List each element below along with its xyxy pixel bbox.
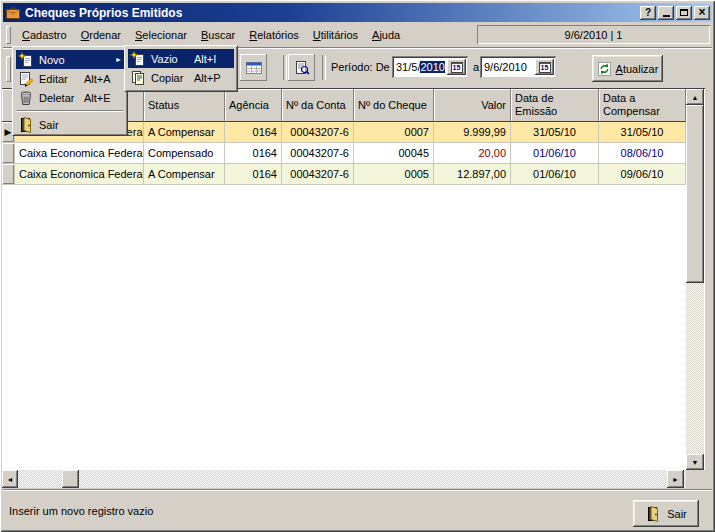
header-compensar[interactable]: Data a Compensar	[599, 89, 686, 122]
sair-button[interactable]: Sair	[633, 500, 699, 527]
help-icon: ?	[645, 8, 651, 18]
menu-item-novo[interactable]: Novo ►	[16, 50, 124, 69]
record-selector[interactable]	[2, 164, 15, 185]
cheques-grid: Status Agência Nº da Conta Nº do Cheque …	[2, 88, 705, 470]
scrollbar-corner	[686, 470, 705, 488]
submenu-item-vazio[interactable]: Vazio Alt+I	[128, 49, 234, 68]
cell-compensar[interactable]: 31/05/10	[599, 122, 686, 143]
minimize-icon	[663, 15, 670, 17]
scroll-right-button[interactable]: ►	[667, 470, 684, 488]
cell-agencia[interactable]: 0164	[225, 143, 282, 164]
door-exit-icon	[18, 117, 34, 133]
date-from-field[interactable]: 31/5/2010 15	[392, 56, 468, 78]
window-title: Cheques Próprios Emitidos	[25, 6, 182, 20]
up-arrow-icon: ▲	[692, 94, 699, 101]
horizontal-scrollbar-thumb[interactable]	[62, 470, 79, 488]
cell-agencia[interactable]: 0164	[225, 164, 282, 185]
trash-icon	[18, 90, 34, 106]
maximize-button[interactable]	[676, 6, 692, 20]
cell-emissao[interactable]: 01/06/10	[511, 164, 599, 185]
cell-valor[interactable]: 9.999,99	[434, 122, 511, 143]
copy-icon	[130, 70, 146, 86]
submenu-item-copiar[interactable]: Copiar Alt+P	[128, 68, 234, 87]
menu-item-deletar[interactable]: Deletar Alt+E	[16, 88, 124, 107]
scroll-down-button[interactable]: ▼	[686, 454, 704, 470]
door-exit-icon	[645, 506, 661, 522]
record-selector[interactable]	[2, 143, 15, 164]
sair-label: Sair	[667, 508, 687, 520]
cell-compensar[interactable]: 08/06/10	[599, 143, 686, 164]
cell-cheque[interactable]: 0005	[354, 164, 434, 185]
vertical-scrollbar-thumb[interactable]	[686, 105, 704, 283]
cell-conta[interactable]: 00043207-6	[282, 122, 354, 143]
menu-ajuda[interactable]: Ajuda	[365, 26, 407, 44]
preview-button[interactable]	[288, 54, 315, 81]
cell-banco[interactable]: Caixa Economica Federal	[15, 164, 144, 185]
scroll-left-button[interactable]: ◄	[2, 470, 18, 488]
minimize-button[interactable]	[658, 6, 674, 20]
date-record-panel: 9/6/2010 | 1	[477, 25, 710, 44]
scroll-up-button[interactable]: ▲	[686, 89, 704, 105]
current-record-icon: ▶	[5, 128, 12, 137]
menu-bar: Cadastro Ordenar Selecionar Buscar Relat…	[3, 22, 712, 47]
date-to-value: 9/6/2010	[484, 61, 527, 73]
calendar-icon: 15	[539, 62, 551, 73]
app-window: Cheques Próprios Emitidos ? × Cadastro O…	[0, 0, 715, 532]
menu-selecionar[interactable]: Selecionar	[128, 26, 194, 44]
cell-emissao[interactable]: 01/06/10	[511, 143, 599, 164]
preview-icon	[294, 60, 310, 76]
period-label: Período: De	[331, 61, 390, 73]
date-from-value: 31/5/2010	[396, 61, 445, 73]
edit-icon	[18, 71, 34, 87]
cell-emissao[interactable]: 31/05/10	[511, 122, 599, 143]
vertical-scrollbar[interactable]: ▲ ▼	[686, 89, 704, 470]
title-bar: Cheques Próprios Emitidos ? ×	[3, 3, 712, 22]
calendar-icon: 15	[451, 62, 463, 73]
table-row[interactable]: Caixa Economica Federal A Compensar 0164…	[2, 164, 705, 185]
menu-cadastro[interactable]: Cadastro	[15, 26, 74, 44]
header-cheque[interactable]: Nº do Cheque	[354, 89, 434, 122]
cell-agencia[interactable]: 0164	[225, 122, 282, 143]
between-label: a	[473, 61, 479, 73]
header-emissao[interactable]: Data de Emissão	[511, 89, 599, 122]
cell-compensar[interactable]: 09/06/10	[599, 164, 686, 185]
menu-item-editar[interactable]: Editar Alt+A	[16, 69, 124, 88]
help-button[interactable]: ?	[640, 6, 656, 20]
menu-utilitarios[interactable]: Utilitários	[306, 26, 365, 44]
header-conta[interactable]: Nº da Conta	[282, 89, 354, 122]
table-icon	[245, 60, 263, 76]
menu-buscar[interactable]: Buscar	[194, 26, 242, 44]
header-valor[interactable]: Valor	[434, 89, 511, 122]
cell-status[interactable]: A Compensar	[144, 164, 225, 185]
atualizar-button[interactable]: Atualizar	[592, 55, 663, 82]
toolbar-separator-1	[283, 55, 287, 80]
horizontal-scrollbar[interactable]: ◄ ►	[2, 470, 705, 488]
grid-view-button[interactable]	[240, 54, 267, 81]
table-row[interactable]: Caixa Economica Federal Compensado 0164 …	[2, 143, 705, 164]
header-agencia[interactable]: Agência	[225, 89, 282, 122]
menubar-grip[interactable]	[6, 26, 11, 44]
menu-ordenar[interactable]: Ordenar	[74, 26, 128, 44]
cell-valor[interactable]: 20,00	[434, 143, 511, 164]
toolbar-grip[interactable]	[6, 56, 11, 82]
cell-valor[interactable]: 12.897,00	[434, 164, 511, 185]
header-status[interactable]: Status	[144, 89, 225, 122]
cell-status[interactable]: Compensado	[144, 143, 225, 164]
refresh-icon	[597, 61, 612, 77]
date-from-calendar-button[interactable]: 15	[447, 59, 466, 75]
submenu-arrow-icon: ►	[115, 56, 122, 63]
menu-item-sair[interactable]: Sair	[16, 115, 124, 134]
cell-cheque[interactable]: 00045	[354, 143, 434, 164]
menu-relatorios[interactable]: Relatórios	[242, 26, 306, 44]
cell-status[interactable]: A Compensar	[144, 122, 225, 143]
cell-banco[interactable]: Caixa Economica Federal	[15, 143, 144, 164]
cell-conta[interactable]: 00043207-6	[282, 143, 354, 164]
right-arrow-icon: ►	[672, 476, 679, 483]
date-to-field[interactable]: 9/6/2010 15	[480, 56, 556, 78]
cell-cheque[interactable]: 0007	[354, 122, 434, 143]
status-message: Inserir um novo registro vazio	[9, 505, 153, 517]
cell-conta[interactable]: 00043207-6	[282, 164, 354, 185]
close-button[interactable]: ×	[694, 6, 710, 20]
date-to-calendar-button[interactable]: 15	[535, 59, 554, 75]
close-icon: ×	[698, 6, 705, 18]
